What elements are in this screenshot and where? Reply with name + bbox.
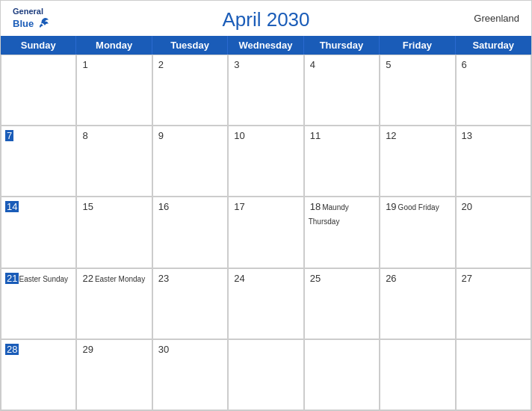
cell-date: 22 bbox=[81, 273, 94, 284]
calendar-cell-w1-d3: 10 bbox=[228, 126, 303, 197]
cell-date: 20 bbox=[460, 201, 474, 212]
calendar-cell-w3-d2: 23 bbox=[152, 268, 228, 339]
cell-date: 23 bbox=[157, 273, 170, 284]
cell-date: 28 bbox=[5, 344, 19, 355]
calendar-cell-w3-d3: 24 bbox=[228, 268, 303, 339]
day-header-monday: Monday bbox=[76, 36, 152, 55]
calendar-cell-w2-d4: 18Maundy Thursday bbox=[304, 197, 380, 268]
calendar-cell-w3-d0: 21Easter Sunday bbox=[1, 268, 76, 339]
cell-date: 8 bbox=[81, 130, 89, 141]
day-header-thursday: Thursday bbox=[304, 36, 380, 55]
country-label: Greenland bbox=[474, 13, 519, 24]
calendar-cell-w1-d0: 7 bbox=[1, 126, 76, 197]
logo-blue: Blue bbox=[13, 19, 34, 29]
cell-date: 1 bbox=[81, 59, 89, 70]
day-header-tuesday: Tuesday bbox=[152, 36, 228, 55]
cell-date: 11 bbox=[309, 130, 322, 141]
cell-date: 4 bbox=[309, 59, 317, 70]
calendar-cell-w4-d5 bbox=[380, 339, 455, 410]
cell-date: 6 bbox=[460, 59, 468, 70]
cell-date: 7 bbox=[5, 130, 13, 141]
cell-date: 15 bbox=[81, 201, 94, 212]
calendar-cell-w2-d1: 15 bbox=[76, 197, 152, 268]
calendar-container: General Blue April 2030 Greenland Sunday… bbox=[0, 0, 532, 411]
cell-event: Easter Monday bbox=[95, 275, 145, 283]
calendar-header: General Blue April 2030 Greenland bbox=[1, 1, 531, 36]
cell-date: 25 bbox=[309, 273, 322, 284]
calendar-cell-w0-d3: 3 bbox=[228, 55, 303, 126]
calendar-cell-w0-d5: 5 bbox=[380, 55, 455, 126]
calendar-cell-w1-d4: 11 bbox=[304, 126, 380, 197]
calendar-cell-w3-d5: 26 bbox=[380, 268, 455, 339]
calendar-cell-w2-d6: 20 bbox=[456, 197, 531, 268]
calendar-cell-w4-d0: 28 bbox=[1, 339, 76, 410]
calendar-cell-w0-d1: 1 bbox=[76, 55, 152, 126]
cell-date: 30 bbox=[157, 344, 170, 355]
cell-date: 27 bbox=[460, 273, 474, 284]
logo-general: General bbox=[13, 7, 43, 16]
calendar-cell-w0-d4: 4 bbox=[304, 55, 380, 126]
calendar-cell-w1-d6: 13 bbox=[456, 126, 531, 197]
calendar-cell-w3-d6: 27 bbox=[456, 268, 531, 339]
calendar-cell-w4-d6 bbox=[456, 339, 531, 410]
calendar-cell-w2-d3: 17 bbox=[228, 197, 303, 268]
cell-date: 29 bbox=[81, 344, 94, 355]
logo-bird-icon bbox=[35, 16, 52, 32]
calendar-cell-w1-d5: 12 bbox=[380, 126, 455, 197]
day-header-wednesday: Wednesday bbox=[228, 36, 303, 55]
calendar-cell-w3-d4: 25 bbox=[304, 268, 380, 339]
cell-date: 19 bbox=[384, 201, 398, 212]
cell-date: 5 bbox=[384, 59, 392, 70]
day-header-sunday: Sunday bbox=[1, 36, 76, 55]
month-title: April 2030 bbox=[222, 8, 309, 31]
calendar-cell-w1-d1: 8 bbox=[76, 126, 152, 197]
calendar-cell-w2-d5: 19Good Friday bbox=[380, 197, 455, 268]
cell-date: 13 bbox=[460, 130, 474, 141]
cell-date: 26 bbox=[384, 273, 398, 284]
cell-date: 24 bbox=[232, 273, 246, 284]
calendar-cell-w2-d2: 16 bbox=[152, 197, 228, 268]
cell-event: Easter Sunday bbox=[19, 275, 68, 283]
logo: General Blue bbox=[13, 7, 52, 32]
calendar-grid: 123456789101112131415161718Maundy Thursd… bbox=[1, 55, 531, 410]
cell-event: Good Friday bbox=[398, 203, 439, 211]
cell-date: 3 bbox=[232, 59, 241, 70]
cell-date: 21 bbox=[5, 273, 19, 284]
calendar-cell-w3-d1: 22Easter Monday bbox=[76, 268, 152, 339]
day-headers-row: Sunday Monday Tuesday Wednesday Thursday… bbox=[1, 36, 531, 55]
calendar-cell-w1-d2: 9 bbox=[152, 126, 228, 197]
cell-date: 17 bbox=[232, 201, 246, 212]
calendar-cell-w2-d0: 14 bbox=[1, 197, 76, 268]
cell-date: 2 bbox=[157, 59, 165, 70]
cell-date: 10 bbox=[232, 130, 246, 141]
cell-date: 9 bbox=[157, 130, 165, 141]
cell-date: 14 bbox=[5, 201, 19, 212]
calendar-cell-w0-d0 bbox=[1, 55, 76, 126]
day-header-friday: Friday bbox=[380, 36, 455, 55]
cell-date: 12 bbox=[384, 130, 398, 141]
calendar-cell-w0-d2: 2 bbox=[152, 55, 228, 126]
calendar-cell-w0-d6: 6 bbox=[456, 55, 531, 126]
calendar-cell-w4-d4 bbox=[304, 339, 380, 410]
cell-date: 16 bbox=[157, 201, 170, 212]
calendar-cell-w4-d1: 29 bbox=[76, 339, 152, 410]
calendar-cell-w4-d2: 30 bbox=[152, 339, 228, 410]
cell-date: 18 bbox=[309, 201, 322, 212]
calendar-cell-w4-d3 bbox=[228, 339, 303, 410]
day-header-saturday: Saturday bbox=[456, 36, 531, 55]
